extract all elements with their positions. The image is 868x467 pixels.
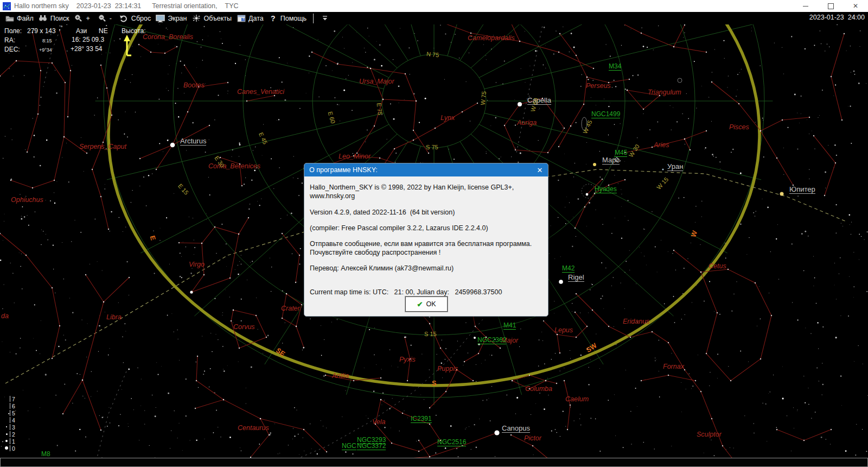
- calendar-icon: 7: [237, 14, 246, 23]
- magnitude-legend-row: 5: [10, 409, 15, 416]
- folder-icon: [5, 14, 14, 23]
- minimize-button[interactable]: [793, 0, 818, 12]
- menu-file[interactable]: Файл: [5, 14, 34, 23]
- check-icon: ✔: [417, 300, 423, 308]
- undo-icon: [119, 14, 129, 23]
- ra-value: 16: 25 09.3: [72, 36, 104, 43]
- window-mode: Terrestrial orientation,: [152, 2, 217, 10]
- field-value: 279 x 143: [27, 27, 56, 35]
- zoom-in-icon: [74, 14, 83, 23]
- chevron-down-icon: [322, 16, 328, 21]
- zoom-in-button[interactable]: +: [74, 14, 90, 23]
- help-icon: ?: [269, 14, 278, 23]
- magnitude-legend-row: 0: [10, 445, 15, 452]
- about-dialog-body: Hallo_Northern_SKY is © 1998, 2022 by Ha…: [304, 183, 548, 296]
- about-line-maptime: Current map time is: UTC: 21: 00, Julian…: [310, 288, 542, 296]
- toolbar-overflow-button[interactable]: [318, 14, 332, 23]
- about-dialog: О программе HNSKY: ✕ Hallo_Northern_SKY …: [304, 163, 548, 317]
- dec-sub: +9°34: [39, 47, 52, 53]
- magnitude-dot: [6, 426, 7, 427]
- toolbar-separator: [313, 14, 314, 23]
- dec-value: +28° 33 54: [71, 45, 103, 53]
- main-toolbar: Файл Поиск + - Сброс Экран: [0, 12, 868, 24]
- menu-objects[interactable]: Объекты: [192, 14, 232, 23]
- dec-label: DEC:: [4, 46, 20, 53]
- menu-date[interactable]: 7 Дата: [237, 14, 264, 23]
- binoculars-icon: [39, 14, 48, 23]
- horizontal-scrollbar[interactable]: [0, 458, 868, 467]
- map-datetime: 2023-01-23 24:00: [809, 14, 865, 21]
- about-dialog-titlebar[interactable]: О программе HNSKY:: [304, 163, 548, 176]
- ok-button[interactable]: ✔ OK: [405, 296, 448, 312]
- azimuth-value: NE: [99, 27, 108, 35]
- magnitude-dot: [6, 433, 8, 435]
- about-line-compiler: (compiler: Free Pascal compiler 3.2.2, L…: [310, 224, 542, 232]
- about-line-copyright: Hallo_Northern_SKY is © 1998, 2022 by Ha…: [310, 183, 542, 200]
- window-title: Hallo northern sky: [14, 2, 69, 10]
- zoom-out-icon: [98, 14, 107, 23]
- about-line-message: Отправьте сообщение, если вам нравится э…: [310, 239, 542, 257]
- magnitude-legend-row: 4: [10, 416, 15, 424]
- monitor-icon: [156, 14, 165, 23]
- about-line-translator: Перевод: Алексей Климин (ak73@newmail.ru…: [310, 264, 542, 273]
- close-icon: ✕: [537, 166, 543, 174]
- magnitude-legend-row: 3: [10, 424, 15, 431]
- about-dialog-title: О программе HNSKY:: [309, 166, 378, 174]
- magnitude-legend-row: 7: [10, 395, 15, 402]
- zoom-out-button[interactable]: -: [98, 14, 112, 23]
- about-line-version: Version 4.2.9, dated 2022-11-16 (64 bit …: [310, 208, 542, 217]
- magnitude-legend-row: 1: [10, 438, 15, 445]
- magnitude-legend-row: 2: [10, 431, 15, 438]
- maximize-button[interactable]: [818, 0, 843, 12]
- height-arrow-icon: [120, 31, 135, 58]
- menu-search[interactable]: Поиск: [39, 14, 69, 23]
- azimuth-label: Ази: [76, 27, 87, 35]
- minimize-icon: [803, 6, 808, 7]
- app-icon: [3, 2, 11, 10]
- svg-text:7: 7: [242, 17, 244, 21]
- maximize-icon: [828, 3, 834, 9]
- ra-sub: 8:15: [42, 38, 52, 43]
- menu-screen[interactable]: Экран: [156, 14, 187, 23]
- field-degree: °: [61, 25, 63, 30]
- close-icon: ✕: [853, 2, 858, 10]
- menu-reset[interactable]: Сброс: [119, 14, 151, 23]
- ok-button-label: OK: [426, 300, 436, 308]
- ra-label: RA:: [4, 36, 15, 44]
- window-datetime: 2023-01-23 23:14:31: [76, 2, 142, 10]
- magnitude-legend-row: 6: [10, 402, 15, 409]
- close-button[interactable]: ✕: [843, 0, 868, 12]
- window-titlebar: Hallo northern sky 2023-01-23 23:14:31 T…: [0, 0, 868, 12]
- window-catalog: TYC: [225, 2, 239, 10]
- about-dialog-close-button[interactable]: ✕: [532, 163, 548, 176]
- menu-help[interactable]: ? Помощь: [269, 14, 307, 23]
- hnsky-app-window: Corona_BorealisCamelopardalisAndromedaBo…: [0, 0, 868, 467]
- field-label: Поле:: [4, 27, 22, 35]
- objects-icon: [192, 14, 201, 23]
